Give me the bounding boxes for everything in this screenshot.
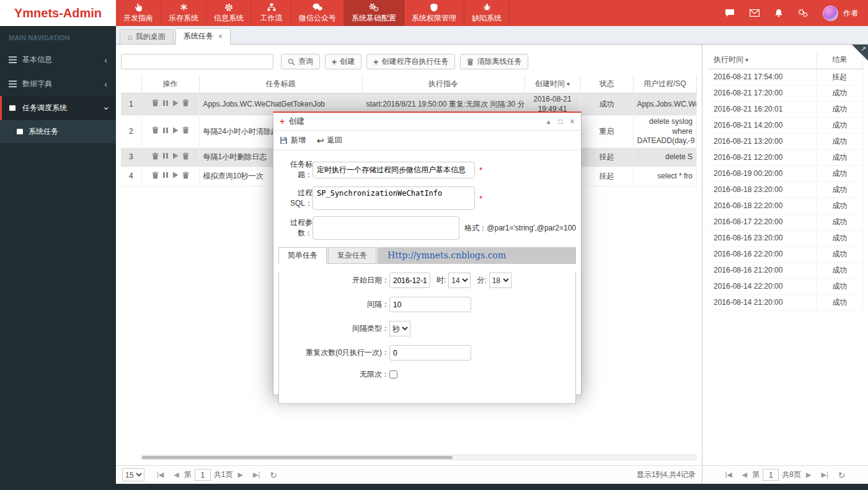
tab-desktop[interactable]: ⌂ 我的桌面 <box>120 29 174 45</box>
tab-complex-task[interactable]: 复杂任务 <box>328 247 376 263</box>
pause-icon[interactable] <box>162 152 169 159</box>
dialog-header[interactable]: + 创建 ▲ □ × <box>273 113 581 131</box>
nav-item-info-system[interactable]: 信息系统 <box>206 0 252 26</box>
username[interactable]: 作者 <box>843 8 858 19</box>
first-page-icon[interactable]: |◀ <box>725 471 732 479</box>
repeat-count-input[interactable] <box>389 345 471 361</box>
nav-item-lecun-system[interactable]: 乐存系统 <box>161 0 206 26</box>
nav-item-dev-guide[interactable]: 开发指南 <box>116 0 161 26</box>
hour-select[interactable]: 14 <box>448 273 471 288</box>
column-command[interactable]: 执行指令 <box>362 75 525 94</box>
nav-item-permission[interactable]: 系统权限管理 <box>404 0 464 26</box>
next-page-icon[interactable]: ▶ <box>806 471 811 479</box>
sidebar-item-data-dict[interactable]: 数据字典 ‹ <box>0 72 116 96</box>
log-row[interactable]: 2016-08-16 21:20:00成功 <box>707 263 863 279</box>
first-page-icon[interactable]: |◀ <box>157 471 164 479</box>
log-row[interactable]: 2016-08-21 16:20:01成功 <box>707 102 863 118</box>
start-date-input[interactable] <box>389 273 430 288</box>
page-input[interactable] <box>195 469 211 481</box>
close-icon[interactable]: × <box>218 32 223 41</box>
log-row[interactable]: 2016-08-18 23:20:00成功 <box>707 182 863 198</box>
next-page-icon[interactable]: ▶ <box>237 471 242 479</box>
clear-offline-button[interactable]: 清除离线任务 <box>460 54 528 69</box>
sidebar-item-task-scheduler[interactable]: 任务调度系统 ‹ <box>0 96 116 120</box>
log-row[interactable]: 2016-08-16 22:20:00成功 <box>707 247 863 263</box>
column-exec-time[interactable]: 执行时间▾ <box>707 51 817 69</box>
create-auto-task-button[interactable]: + 创建程序自执行任务 <box>366 54 455 69</box>
tab-simple-task[interactable]: 简单任务 <box>278 247 327 264</box>
start-icon[interactable] <box>172 100 179 107</box>
nav-item-defect[interactable]: 缺陷系统 <box>464 0 510 26</box>
minute-select[interactable]: 18 <box>489 273 512 288</box>
interval-type-select[interactable]: 秒 <box>389 321 410 336</box>
save-button[interactable]: 新增 <box>280 135 306 146</box>
collapse-icon[interactable]: ▲ <box>546 118 552 125</box>
log-row[interactable]: 2016-08-21 14:20:00成功 <box>707 118 863 134</box>
last-page-icon[interactable]: ▶| <box>821 471 828 479</box>
expand-arrow-icon[interactable]: ↗ <box>861 45 866 52</box>
log-row[interactable]: 2016-08-21 13:20:00成功 <box>707 134 863 150</box>
column-status[interactable]: 状态 <box>580 75 633 94</box>
pause-icon[interactable] <box>162 100 169 107</box>
clear-log-icon[interactable] <box>182 126 189 134</box>
delete-icon[interactable] <box>152 99 159 107</box>
column-title[interactable]: 任务标题 <box>199 75 362 94</box>
comments-icon[interactable] <box>725 9 735 17</box>
start-icon[interactable] <box>172 152 179 159</box>
params-textarea[interactable] <box>312 216 459 240</box>
close-icon[interactable]: × <box>570 116 575 126</box>
app-logo[interactable]: Ymnets-Admin <box>0 0 116 26</box>
last-page-icon[interactable]: ▶| <box>253 471 260 479</box>
sql-textarea[interactable]: SP_SynchronizationWeChatInfo <box>312 186 475 210</box>
prev-page-icon[interactable]: ◀ <box>174 471 179 479</box>
nav-item-wechat[interactable]: 微信公众号 <box>291 0 344 26</box>
delete-icon[interactable] <box>152 152 159 160</box>
bell-icon[interactable] <box>774 9 783 17</box>
log-row[interactable]: 2016-08-21 17:54:00挂起 <box>707 69 863 85</box>
log-row[interactable]: 2016-08-16 23:20:00成功 <box>707 230 863 247</box>
column-op[interactable]: 操作 <box>141 75 199 94</box>
start-icon[interactable] <box>172 172 179 178</box>
nav-item-system-config[interactable]: 系统基础配置 <box>344 0 404 26</box>
log-row[interactable]: 2016-08-14 21:20:00成功 <box>707 295 863 311</box>
horizontal-scrollbar[interactable] <box>141 455 697 460</box>
tab-system-tasks[interactable]: 系统任务 × <box>175 28 231 45</box>
watermark-link[interactable]: Http://ymnets.cnblogs.com <box>388 250 506 260</box>
back-button[interactable]: ↩ 返回 <box>317 135 342 146</box>
maximize-icon[interactable]: □ <box>559 117 563 126</box>
pause-icon[interactable] <box>162 172 169 178</box>
start-icon[interactable] <box>172 127 179 134</box>
log-row[interactable]: 2016-08-21 12:20:00成功 <box>707 150 863 166</box>
nav-item-workflow[interactable]: 工作流 <box>252 0 291 26</box>
sidebar-item-basic-info[interactable]: 基本信息 ‹ <box>0 48 116 72</box>
gears-icon[interactable] <box>798 9 808 17</box>
clear-log-icon[interactable] <box>182 152 189 160</box>
prev-page-icon[interactable]: ◀ <box>742 471 747 479</box>
log-row[interactable]: 2016-08-17 22:20:00成功 <box>707 214 863 230</box>
column-created[interactable]: 创建时间▾ <box>525 75 580 94</box>
mail-icon[interactable] <box>750 9 760 17</box>
page-size-select[interactable]: 15 <box>122 468 144 481</box>
unlimited-checkbox[interactable] <box>389 370 397 378</box>
sidebar-item-system-tasks[interactable]: 系统任务 <box>0 120 116 143</box>
log-row[interactable]: 2016-08-18 22:20:00成功 <box>707 198 863 214</box>
scrollbar-thumb[interactable] <box>142 456 453 459</box>
query-button[interactable]: 查询 <box>281 54 320 69</box>
column-proc[interactable]: 用户过程/SQ <box>633 75 697 94</box>
clear-log-icon[interactable] <box>182 99 189 107</box>
page-input[interactable] <box>763 469 779 481</box>
clear-log-icon[interactable] <box>182 172 189 179</box>
task-title-input[interactable] <box>312 162 475 178</box>
refresh-icon[interactable]: ↻ <box>838 470 846 480</box>
interval-input[interactable] <box>389 297 471 312</box>
log-row[interactable]: 2016-08-19 00:20:00成功 <box>707 166 863 182</box>
delete-icon[interactable] <box>152 172 159 179</box>
refresh-icon[interactable]: ↻ <box>270 470 277 480</box>
pause-icon[interactable] <box>162 127 169 134</box>
avatar[interactable] <box>823 6 838 21</box>
log-row[interactable]: 2016-08-21 17:20:00成功 <box>707 85 863 102</box>
log-row[interactable]: 2016-08-14 22:20:00成功 <box>707 279 863 295</box>
search-input[interactable] <box>121 54 273 69</box>
delete-icon[interactable] <box>152 126 159 134</box>
create-button[interactable]: + 创建 <box>325 54 361 69</box>
